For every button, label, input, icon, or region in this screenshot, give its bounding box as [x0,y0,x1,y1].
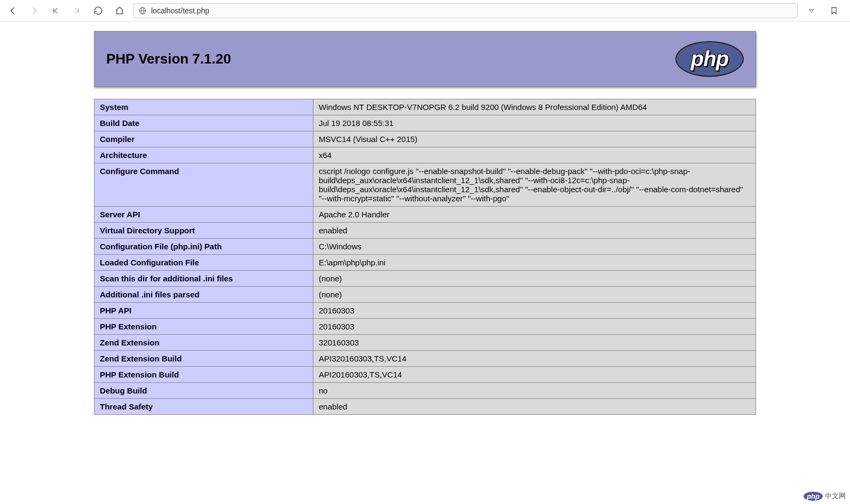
row-label: Architecture [95,147,313,163]
row-value: API320160303,TS,VC14 [313,351,756,367]
table-row: Debug Buildno [95,383,756,399]
row-label: PHP Extension [95,319,313,335]
skip-back-button[interactable] [48,3,63,18]
dropdown-icon[interactable] [804,3,819,18]
watermark-text: 中文网 [825,491,846,501]
row-value: MSVC14 (Visual C++ 2015) [313,131,756,147]
row-label: Scan this dir for additional .ini files [95,271,313,287]
row-label: Build Date [95,115,313,131]
table-row: Architecturex64 [95,147,756,163]
table-row: Configure Commandcscript /nologo configu… [95,163,756,207]
table-row: Virtual Directory Supportenabled [95,223,756,239]
table-row: Build DateJul 19 2018 08:55:31 [95,115,756,131]
table-row: Zend Extension320160303 [95,335,756,351]
table-row: Scan this dir for additional .ini files(… [95,271,756,287]
php-logo: php [675,41,744,77]
table-row: PHP Extension20160303 [95,319,756,335]
row-value: Windows NT DESKTOP-V7NOPGR 6.2 build 920… [313,99,756,115]
row-label: Thread Safety [95,399,313,415]
row-value: 20160303 [313,319,756,335]
phpinfo-header: PHP Version 7.1.20 php [94,31,756,87]
row-label: Zend Extension Build [95,351,313,367]
forward-button[interactable] [27,3,42,18]
back-button[interactable] [5,3,20,18]
row-value: 320160303 [313,335,756,351]
phpinfo-table: SystemWindows NT DESKTOP-V7NOPGR 6.2 bui… [94,99,756,415]
row-label: Configuration File (php.ini) Path [95,239,313,255]
row-label: Compiler [95,131,313,147]
table-row: PHP Extension BuildAPI20160303,TS,VC14 [95,367,756,383]
row-value: API20160303,TS,VC14 [313,367,756,383]
row-label: PHP API [95,303,313,319]
row-value: (none) [313,271,756,287]
row-value: (none) [313,287,756,303]
row-value: enabled [313,399,756,415]
table-row: Server APIApache 2.0 Handler [95,207,756,223]
svg-marker-5 [809,10,814,12]
row-label: Server API [95,207,313,223]
reload-button[interactable] [91,3,106,18]
row-value: Jul 19 2018 08:55:31 [313,115,756,131]
row-label: Additional .ini files parsed [95,287,313,303]
watermark-logo: php [804,492,823,501]
browser-toolbar [0,0,850,21]
skip-forward-button[interactable] [69,3,84,18]
row-value: Apache 2.0 Handler [313,207,756,223]
table-row: Additional .ini files parsed(none) [95,287,756,303]
row-value: no [313,383,756,399]
row-label: Configure Command [95,163,313,207]
table-row: CompilerMSVC14 (Visual C++ 2015) [95,131,756,147]
home-button[interactable] [112,3,127,18]
table-row: Zend Extension BuildAPI320160303,TS,VC14 [95,351,756,367]
table-row: SystemWindows NT DESKTOP-V7NOPGR 6.2 bui… [95,99,756,115]
table-row: PHP API20160303 [95,303,756,319]
row-label: PHP Extension Build [95,367,313,383]
php-logo-text: php [691,47,728,71]
row-value: 20160303 [313,303,756,319]
url-input[interactable] [151,6,793,15]
phpinfo-page: PHP Version 7.1.20 php SystemWindows NT … [94,21,756,415]
row-value: C:\Windows [313,239,756,255]
page-title: PHP Version 7.1.20 [106,51,231,67]
toolbar-right [804,3,845,18]
row-label: System [95,99,313,115]
row-value: x64 [313,147,756,163]
table-row: Configuration File (php.ini) PathC:\Wind… [95,239,756,255]
bookmark-icon[interactable] [827,3,841,18]
row-label: Zend Extension [95,335,313,351]
watermark: php 中文网 [804,491,846,501]
page-viewport[interactable]: PHP Version 7.1.20 php SystemWindows NT … [0,21,850,504]
url-bar[interactable] [133,3,798,18]
row-value: cscript /nologo configure.js "--enable-s… [313,163,756,207]
row-label: Debug Build [95,383,313,399]
row-value: enabled [313,223,756,239]
globe-icon [138,6,147,15]
row-value: E:\apm\php\php.ini [313,255,756,271]
row-label: Loaded Configuration File [95,255,313,271]
table-row: Thread Safetyenabled [95,399,756,415]
row-label: Virtual Directory Support [95,223,313,239]
table-row: Loaded Configuration FileE:\apm\php\php.… [95,255,756,271]
